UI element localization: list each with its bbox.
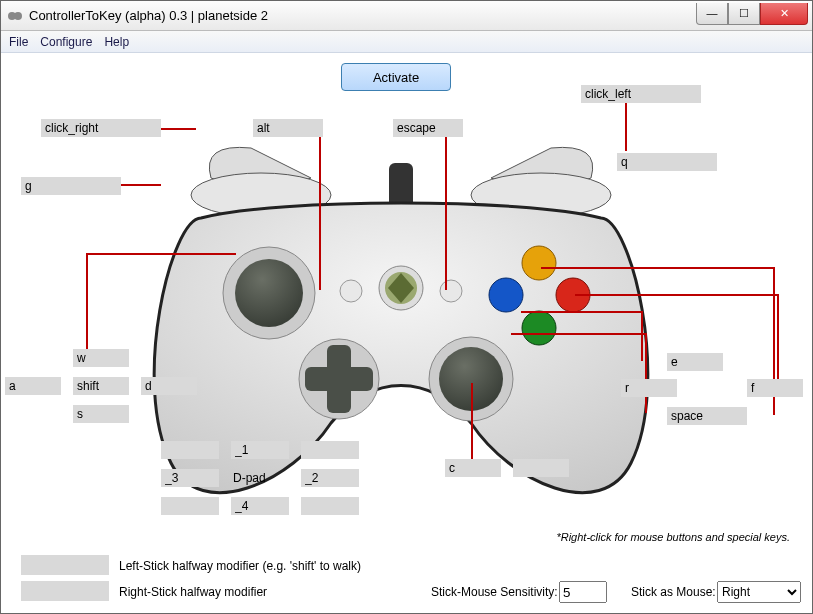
leader-line [777,294,779,386]
svg-point-20 [522,311,556,345]
binding-y[interactable] [667,353,723,371]
left-stick-modifier-label: Left-Stick halfway modifier (e.g. 'shift… [119,559,361,573]
leader-line [445,128,447,290]
stick-as-mouse-label: Stick as Mouse: [631,585,716,599]
svg-point-17 [522,246,556,280]
binding-dpad-left[interactable] [161,469,219,487]
binding-lstick-left[interactable] [5,377,61,395]
menu-file[interactable]: File [9,35,28,49]
leader-line [86,253,88,353]
menu-configure[interactable]: Configure [40,35,92,49]
leader-line [541,267,775,269]
dpad-label: D-pad [233,471,266,485]
svg-point-9 [440,280,462,302]
binding-dpad-down[interactable] [231,497,289,515]
leader-line [511,333,645,335]
leader-line [645,333,647,413]
titlebar: ControllerToKey (alpha) 0.3 | planetside… [1,1,812,31]
activate-button[interactable]: Activate [341,63,451,91]
binding-dpad-up[interactable] [231,441,289,459]
menu-help[interactable]: Help [104,35,129,49]
leader-line [86,253,236,255]
binding-lt[interactable] [41,119,161,137]
binding-rt[interactable] [581,85,701,103]
controller-image [141,123,661,503]
left-stick-modifier-input[interactable] [21,555,109,575]
binding-back[interactable] [253,119,323,137]
menubar: File Configure Help [1,31,812,53]
svg-point-11 [235,259,303,327]
binding-x[interactable] [621,379,677,397]
binding-dpad-extra-up-left[interactable] [161,441,219,459]
binding-b[interactable] [747,379,803,397]
sensitivity-input[interactable] [559,581,607,603]
binding-dpad-right[interactable] [301,469,359,487]
binding-a[interactable] [667,407,747,425]
leader-line [575,294,779,296]
sensitivity-label: Stick-Mouse Sensitivity: [431,585,558,599]
app-icon [7,8,23,24]
binding-dpad-extra-down-left[interactable] [161,497,219,515]
maximize-button[interactable]: ☐ [728,3,760,25]
binding-lstick-right[interactable] [141,377,197,395]
binding-rstick-click[interactable] [445,459,501,477]
hint-text: *Right-click for mouse buttons and speci… [556,531,790,543]
svg-rect-14 [305,367,373,391]
app-window: ControllerToKey (alpha) 0.3 | planetside… [0,0,813,614]
minimize-button[interactable]: — [696,3,728,25]
leader-line [319,128,321,290]
close-button[interactable]: ✕ [760,3,808,25]
window-buttons: — ☐ ✕ [696,3,808,25]
right-stick-modifier-input[interactable] [21,581,109,601]
leader-line [471,383,473,463]
window-title: ControllerToKey (alpha) 0.3 | planetside… [29,8,696,23]
leader-line [117,184,161,186]
leader-line [521,311,641,313]
binding-lstick-down[interactable] [73,405,129,423]
svg-rect-2 [11,13,19,19]
leader-line [641,311,643,361]
binding-dpad-extra-up-right[interactable] [301,441,359,459]
svg-point-8 [340,280,362,302]
right-stick-modifier-label: Right-Stick halfway modifier [119,585,267,599]
binding-dpad-extra-down-right[interactable] [301,497,359,515]
client-area: Activate [1,53,812,613]
binding-start[interactable] [393,119,463,137]
binding-lstick-click[interactable] [73,377,129,395]
binding-lstick-up[interactable] [73,349,129,367]
binding-rstick-extra[interactable] [513,459,569,477]
binding-lb[interactable] [21,177,121,195]
svg-point-19 [489,278,523,312]
stick-as-mouse-select[interactable]: Right [717,581,801,603]
binding-rb[interactable] [617,153,717,171]
